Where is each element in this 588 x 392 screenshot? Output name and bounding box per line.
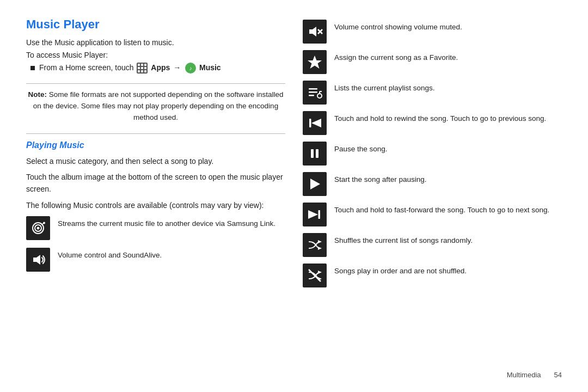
apps-label: Apps <box>151 63 170 72</box>
note-box: Note: Some file formats are not supporte… <box>26 89 285 124</box>
svg-rect-18 <box>311 149 314 158</box>
left-column: Music Player Use the Music application t… <box>26 17 285 375</box>
favorite-desc: Assign the current song as a Favorite. <box>334 50 458 63</box>
pause-desc: Pause the song. <box>334 142 388 155</box>
play-icon <box>303 172 327 196</box>
bullet-row: From a Home screen, touch Apps → ♪ Music <box>30 63 285 74</box>
muted-icon <box>303 20 327 44</box>
svg-marker-22 <box>308 210 318 219</box>
svg-marker-24 <box>318 247 322 250</box>
svg-marker-17 <box>311 119 321 127</box>
stream-icon <box>26 216 50 240</box>
fastforward-desc: Touch and hold to fast-forward the song.… <box>334 203 549 216</box>
svg-marker-9 <box>308 56 322 69</box>
page-title: Music Player <box>26 17 285 32</box>
note-text: Some file formats are not supported depe… <box>33 90 284 121</box>
divider-1 <box>26 83 285 84</box>
rewind-icon <box>303 111 327 135</box>
para-2: Touch the album image at the bottom of t… <box>26 171 285 195</box>
svg-marker-5 <box>33 255 40 265</box>
arrow-symbol: → <box>173 63 181 72</box>
svg-rect-21 <box>318 210 321 219</box>
bullet-prefix: From a Home screen, touch <box>39 63 134 72</box>
stream-desc: Streams the current music file to anothe… <box>58 216 275 229</box>
access-title: To access Music Player: <box>26 51 285 59</box>
playlist-desc: Lists the current playlist songs. <box>334 81 435 94</box>
icon-row-pause: Pause the song. <box>303 142 562 166</box>
right-column: Volume control showing volume muted. Ass… <box>303 17 562 375</box>
noshuffle-desc: Songs play in order and are not shuffled… <box>334 264 467 277</box>
svg-rect-19 <box>316 149 318 158</box>
noshuffle-icon <box>303 264 327 287</box>
icon-row-noshuffle: Songs play in order and are not shuffled… <box>303 264 562 287</box>
icon-row-play: Start the song after pausing. <box>303 172 562 196</box>
icon-row-playlist: Lists the current playlist songs. <box>303 81 562 105</box>
svg-rect-12 <box>309 95 314 96</box>
note-label: Note: <box>28 90 47 99</box>
playlist-icon <box>303 81 327 105</box>
svg-point-4 <box>43 222 45 224</box>
footer-section: Multimedia <box>507 371 541 379</box>
bullet-icon <box>30 66 35 70</box>
icon-row-favorite: Assign the current song as a Favorite. <box>303 50 562 74</box>
para-3: The following Music controls are availab… <box>26 200 285 212</box>
bullet-text: From a Home screen, touch Apps → ♪ Music <box>39 63 221 74</box>
intro-text: Use the Music application to listen to m… <box>26 37 285 48</box>
pause-icon <box>303 142 327 166</box>
icon-row-fastforward: Touch and hold to fast-forward the song.… <box>303 203 562 226</box>
svg-marker-20 <box>310 179 320 189</box>
muted-desc: Volume control showing volume muted. <box>334 20 462 33</box>
svg-rect-16 <box>309 119 311 127</box>
icon-row-shuffle: Shuffles the current list of songs rando… <box>303 233 562 257</box>
icon-row-rewind: Touch and hold to rewind the song. Touch… <box>303 111 562 135</box>
svg-point-2 <box>37 226 40 229</box>
page-footer: Multimedia 54 <box>507 371 562 379</box>
volume-desc: Volume control and SoundAlive. <box>58 248 162 261</box>
music-icon: ♪ <box>185 63 196 74</box>
icon-row-muted: Volume control showing volume muted. <box>303 20 562 44</box>
divider-2 <box>26 133 285 134</box>
section-title: Playing Music <box>26 140 285 150</box>
svg-marker-23 <box>318 240 322 243</box>
footer-page: 54 <box>554 371 562 379</box>
music-label: Music <box>199 63 221 72</box>
apps-icon <box>137 63 148 74</box>
icon-row-volume: Volume control and SoundAlive. <box>26 248 285 272</box>
favorite-icon <box>303 50 327 74</box>
shuffle-icon <box>303 233 327 257</box>
svg-rect-11 <box>309 91 317 93</box>
svg-marker-6 <box>309 27 316 36</box>
fastforward-icon <box>303 203 327 226</box>
rewind-desc: Touch and hold to rewind the song. Touch… <box>334 111 546 124</box>
svg-rect-10 <box>309 88 317 90</box>
shuffle-desc: Shuffles the current list of songs rando… <box>334 233 473 246</box>
svg-marker-25 <box>318 271 322 274</box>
para-1: Select a music category, and then select… <box>26 156 285 168</box>
icon-row-stream: Streams the current music file to anothe… <box>26 216 285 240</box>
play-desc: Start the song after pausing. <box>334 172 427 185</box>
volume-icon <box>26 248 50 272</box>
svg-point-13 <box>317 94 322 98</box>
